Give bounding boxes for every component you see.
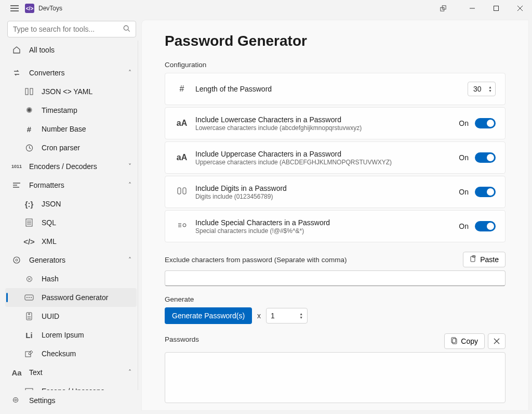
lowercase-title: Include Lowercase Characters in a Passwo…	[195, 115, 459, 124]
special-card: Include Special Characters in a Password…	[165, 210, 506, 242]
sidebar-item-label: JSON <> YAML	[42, 87, 92, 96]
sidebar-item-password-generator[interactable]: Password Generator	[5, 288, 137, 307]
password-icon	[24, 294, 34, 301]
generate-button[interactable]: Generate Password(s)	[165, 307, 252, 324]
uppercase-toggle[interactable]	[475, 152, 496, 163]
length-value: 30	[473, 85, 482, 93]
main-content: Password Generator Configuration # Lengt…	[141, 20, 529, 411]
svg-rect-4	[25, 88, 28, 95]
spinner-icon[interactable]: ▲▼	[488, 85, 492, 93]
nav: All tools Converters ˄ JSON <> YAML ✺ Ti…	[5, 41, 138, 390]
sidebar-group-formatters[interactable]: Formatters ˄	[5, 176, 137, 195]
app-icon: </>	[25, 4, 34, 13]
sidebar-item-label: SQL	[42, 218, 56, 227]
sidebar-item-json[interactable]: {:} JSON	[5, 195, 137, 213]
sidebar-item-label: Hash	[42, 275, 59, 283]
digits-card: Include Digits in a Password Digits incl…	[165, 176, 506, 208]
sidebar-item-label: Formatters	[29, 181, 64, 189]
special-state: On	[459, 222, 469, 230]
sidebar-item-label: Generators	[29, 256, 65, 264]
uppercase-state: On	[459, 153, 469, 162]
page-title: Password Generator	[165, 33, 506, 49]
escape-icon	[24, 388, 34, 390]
times-label: x	[257, 312, 261, 320]
sidebar-item-label: Encoders / Decoders	[29, 162, 97, 171]
special-toggle[interactable]	[475, 221, 496, 231]
sidebar-item-label: Checksum	[42, 350, 76, 358]
svg-rect-22	[183, 188, 186, 194]
length-input[interactable]: 30 ▲▼	[468, 82, 496, 96]
sidebar-item-label: UUID	[42, 312, 59, 320]
sidebar-item-sql[interactable]: SQL	[5, 213, 137, 232]
count-input[interactable]: 1 ▲▼	[266, 308, 308, 324]
sidebar-item-label: Converters	[29, 69, 64, 77]
sidebar-item-settings[interactable]: Settings	[5, 390, 138, 411]
close-button[interactable]	[508, 0, 532, 17]
clock-icon	[24, 144, 34, 152]
digits-toggle[interactable]	[475, 187, 496, 197]
passwords-label: Passwords	[165, 335, 199, 343]
sidebar-item-lorem-ipsum[interactable]: Li Lorem Ipsum	[5, 326, 137, 344]
sidebar: All tools Converters ˄ JSON <> YAML ✺ Ti…	[0, 17, 141, 414]
chevron-down-icon: ˅	[128, 163, 131, 170]
svg-point-14	[31, 297, 32, 298]
uuid-icon	[24, 312, 34, 320]
lowercase-desc: Lowercase characters include (abcdefghij…	[195, 124, 459, 132]
titlebar: </> DevToys	[0, 0, 532, 17]
passwords-output[interactable]	[165, 352, 506, 403]
uppercase-desc: Uppercase characters include (ABCDEFGHJK…	[195, 159, 459, 166]
sql-icon	[24, 218, 34, 227]
digits-title: Include Digits in a Password	[195, 184, 459, 192]
sidebar-item-hash[interactable]: Hash	[5, 269, 137, 288]
minimize-button[interactable]	[460, 0, 484, 17]
sidebar-item-number-base[interactable]: # Number Base	[5, 120, 137, 138]
paste-button[interactable]: Paste	[463, 252, 506, 267]
paste-icon	[470, 255, 477, 264]
sidebar-item-label: Settings	[29, 396, 56, 405]
length-card: # Length of the Password 30 ▲▼	[165, 73, 506, 105]
sidebar-item-escape[interactable]: Escape / Unescape	[5, 382, 137, 390]
lowercase-toggle[interactable]	[475, 118, 496, 128]
copy-button[interactable]: Copy	[444, 333, 485, 349]
sidebar-item-checksum[interactable]: Checksum	[5, 344, 137, 363]
search-icon	[123, 25, 130, 34]
formatters-icon	[11, 182, 22, 188]
sidebar-item-label: Timestamp	[42, 106, 77, 114]
clear-button[interactable]	[488, 333, 506, 349]
paste-label: Paste	[480, 255, 499, 264]
lorem-icon: Li	[24, 331, 34, 340]
sidebar-item-all-tools[interactable]: All tools	[5, 41, 137, 59]
svg-point-19	[14, 397, 18, 402]
sidebar-item-json-yaml[interactable]: JSON <> YAML	[5, 82, 137, 101]
timestamp-icon: ✺	[24, 106, 34, 115]
chevron-up-icon: ˄	[128, 182, 131, 189]
search-input[interactable]	[13, 25, 123, 33]
svg-point-3	[124, 25, 128, 30]
exclude-input[interactable]	[165, 270, 506, 286]
sidebar-item-xml[interactable]: </> XML	[5, 232, 137, 251]
sidebar-group-converters[interactable]: Converters ˄	[5, 63, 137, 82]
svg-rect-5	[30, 88, 33, 95]
maximize-button[interactable]	[484, 0, 508, 17]
svg-point-12	[26, 297, 28, 298]
spinner-icon[interactable]: ▲▼	[299, 312, 303, 319]
digits-icon	[175, 187, 189, 197]
svg-rect-17	[25, 352, 31, 357]
sidebar-item-uuid[interactable]: UUID	[5, 307, 137, 326]
sidebar-item-timestamp[interactable]: ✺ Timestamp	[5, 101, 137, 120]
svg-point-9	[16, 259, 18, 261]
digits-state: On	[459, 188, 469, 196]
hamburger-menu-button[interactable]	[4, 0, 25, 17]
search-box[interactable]	[7, 21, 136, 37]
special-icon	[175, 222, 189, 231]
sidebar-group-generators[interactable]: Generators ˄	[5, 251, 137, 269]
lowercase-state: On	[459, 119, 469, 127]
svg-point-23	[183, 224, 186, 227]
sidebar-item-cron-parser[interactable]: Cron parser	[5, 138, 137, 157]
sidebar-group-encoders[interactable]: 1011 Encoders / Decoders ˅	[5, 157, 137, 176]
lowercase-card: aA Include Lowercase Characters in a Pas…	[165, 107, 506, 139]
sidebar-group-text[interactable]: Aa Text ˄	[5, 363, 137, 382]
compact-overlay-button[interactable]	[431, 0, 455, 17]
generators-icon	[11, 256, 22, 264]
copy-label: Copy	[461, 337, 478, 345]
